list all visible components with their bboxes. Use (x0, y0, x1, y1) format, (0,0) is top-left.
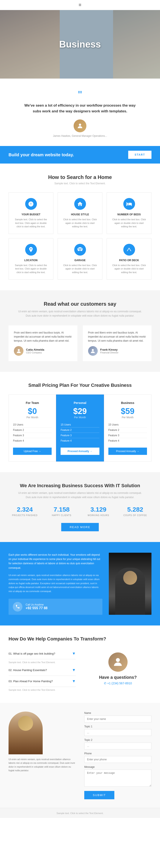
pricing-btn-0[interactable]: Upload Free → (13, 447, 52, 455)
pricing-label-0: For Team (13, 401, 52, 405)
garage-icon (74, 244, 86, 256)
cta-banner: Build your dream website today. START (0, 146, 160, 163)
it-phone-number: +92 555 77 88 (26, 606, 48, 610)
faq-item-2[interactable]: 03. Plan Ahead For Home Painting? ▼ (8, 676, 76, 687)
quote-text: We've seen a lot of efficiency in our wo… (21, 102, 139, 114)
contact-form-section: Ut enim ad minim veniam, quis nostrud ex… (0, 703, 160, 808)
testimonial-author-0: Catia Almeida CEO Company (14, 346, 72, 356)
person-icon-1 (90, 348, 96, 354)
transform-title: How Do We Help Companies To Transform? (8, 636, 152, 642)
author-name-0: Catia Almeida (26, 348, 44, 351)
stat-item-2: 3.129 WORKING HOURS (82, 506, 115, 517)
svg-point-2 (92, 349, 94, 351)
how-to-search-title: How to Search for a Home (8, 174, 152, 180)
pricing-grid: For Team $0 Per Month 15 Users Feature 2… (8, 395, 152, 462)
it-text-2: Ut enim ad minim veniam, quis nostrud ex… (8, 573, 103, 593)
stat-number-2: 3.129 (82, 506, 115, 513)
it-person-image (109, 553, 152, 615)
pricing-price-2: $59 (108, 407, 147, 416)
pricing-feature-1-0: 15 Users (61, 422, 99, 428)
testimonials-section: Read what our customers say Ut enim ad m… (0, 290, 160, 372)
feature-title-garage: GARAGE (62, 259, 98, 262)
feature-desc-patio: Click to select the text box. Click agai… (111, 264, 147, 274)
location-svg (28, 247, 34, 253)
faq-question-2: 03. Plan Ahead For Home Painting? (8, 680, 53, 683)
form-grid: Ut enim ad minim veniam, quis nostrud ex… (8, 712, 152, 799)
form-input-topic1[interactable] (84, 729, 152, 736)
house-svg (77, 201, 83, 207)
pricing-feature-1-2: Feature 3 (61, 433, 99, 438)
footer: Sample text. Click to select the Text El… (0, 808, 160, 818)
form-submit-button[interactable]: SUBMIT (84, 791, 114, 799)
feature-desc-budget: Sample text. Click to select the text bo… (13, 218, 49, 228)
feature-card-budget: YOUR BUDGET Sample text. Click to select… (8, 192, 53, 234)
form-group-phone: Phone (84, 752, 152, 763)
cta-start-button[interactable]: START (128, 151, 152, 159)
budget-svg (28, 201, 34, 207)
testimonial-author-1: Frank Kinsey Financial Director (88, 346, 146, 356)
feature-desc-beds: Click to select the text box. Click agai… (111, 218, 147, 228)
pricing-features-2: 15 Users Feature 2 Feature 3 Feature 4 (108, 422, 147, 443)
patio-svg (126, 247, 132, 253)
form-input-topic2[interactable] (84, 743, 152, 749)
form-input-phone[interactable] (84, 756, 152, 763)
faq-arrow-2: ▼ (72, 679, 76, 683)
author-info-1: Frank Kinsey Financial Director (100, 348, 119, 354)
person-icon-0 (16, 348, 22, 354)
pricing-feature-2-2: Feature 3 (108, 433, 147, 438)
testimonial-text-1: Proin sed libero enim sed faucibus turpi… (88, 331, 146, 343)
faq-item-1[interactable]: 02. House Painting Essentials? ▼ (8, 664, 76, 676)
feature-card-beds: NUMBER OF BEDS Click to select the text … (107, 192, 152, 234)
feature-card-location: LOCATION Sample text. Click to select th… (8, 238, 53, 280)
stat-number-1: 7.158 (45, 506, 78, 513)
pricing-title: Small Pricing Plan For Your Creative Bus… (8, 382, 152, 388)
garage-svg (77, 247, 83, 253)
it-content: Each plan works different services for e… (8, 553, 103, 615)
bed-icon (123, 198, 135, 210)
cta-text: Build your dream website today. (8, 152, 74, 157)
svg-point-0 (79, 124, 81, 126)
quote-mark: " (21, 89, 139, 100)
patio-icon (123, 244, 135, 256)
pricing-feature-0-1: Feature 2 (13, 428, 52, 433)
feature-grid: YOUR BUDGET Sample text. Click to select… (8, 192, 152, 280)
testimonial-text-0: Proin sed libero enim sed faucibus turpi… (14, 331, 72, 343)
testimonial-card-1: Proin sed libero enim sed faucibus turpi… (83, 326, 152, 361)
contact-person-avatar (108, 652, 128, 672)
pricing-btn-2[interactable]: Proceed Annually → (108, 447, 147, 455)
phone-icon (13, 602, 23, 612)
person-icon (77, 122, 83, 129)
it-person-silhouette (115, 568, 145, 615)
stat-label-2: WORKING HOURS (82, 514, 115, 517)
footer-text: Sample text. Click to select the Text El… (56, 812, 104, 814)
pricing-plan-2: Business $59 Per Month 15 Users Feature … (104, 395, 152, 462)
it-text-1: Each plan works different services for e… (8, 553, 103, 570)
feature-desc-garage: Click to select the text box. Click agai… (62, 264, 98, 274)
pricing-period-2: Per Month (108, 416, 147, 419)
faq-arrow-1: ▼ (72, 668, 76, 672)
hero-section: Business (0, 10, 160, 79)
faq-item-0[interactable]: 01. What is off page seo link building? … (8, 648, 76, 659)
hamburger-icon[interactable]: ≡ (79, 2, 81, 8)
nav-bar: ≡ (0, 0, 160, 10)
pricing-btn-1[interactable]: Proceed Annually → (61, 447, 99, 455)
it-phone-info: Call Us Anytime +92 555 77 88 (26, 603, 48, 610)
form-label-name: Name (84, 712, 152, 715)
faq-question-1: 02. House Painting Essentials? (8, 669, 47, 672)
author-avatar-1 (88, 346, 98, 356)
stat-item-0: 2.324 PROJECTS FINISHED (8, 506, 41, 517)
read-more-button[interactable]: READ MORE (61, 523, 99, 531)
house-icon (74, 198, 86, 210)
testimonials-grid: Proin sed libero enim sed faucibus turpi… (8, 326, 152, 361)
how-to-search-subtitle: Sample text. Click to select the Text El… (8, 182, 152, 185)
form-input-name[interactable] (84, 716, 152, 722)
transform-grid: 01. What is off page seo link building? … (8, 648, 152, 692)
feature-desc-location: Sample text. Click to select the text bo… (13, 264, 49, 274)
pricing-feature-2-3: Feature 4 (108, 438, 147, 443)
form-textarea-message[interactable] (84, 770, 152, 787)
pricing-feature-0-3: Feature 4 (13, 438, 52, 443)
form-group-topic2: Topic 2 (84, 739, 152, 749)
stat-number-0: 2.324 (8, 506, 41, 513)
stats-section: We Are Increasing Business Success With … (0, 472, 160, 542)
pricing-plan-0: For Team $0 Per Month 15 Users Feature 2… (8, 395, 56, 462)
